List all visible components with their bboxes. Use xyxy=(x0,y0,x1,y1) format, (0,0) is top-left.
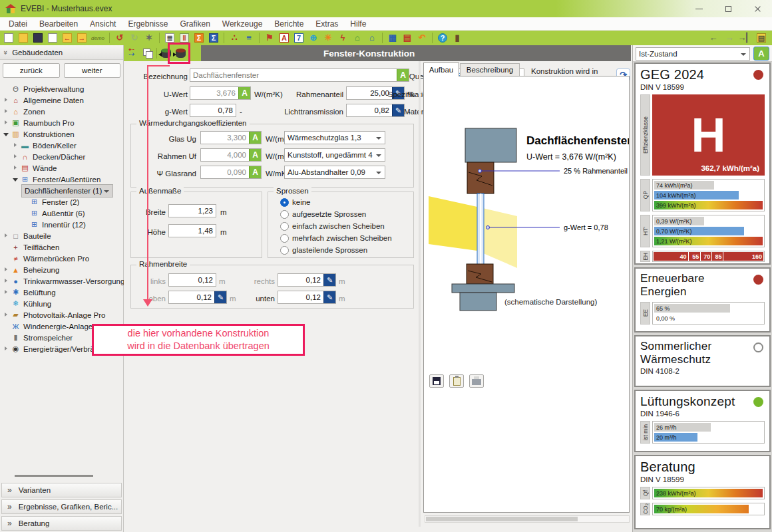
tree-item-teilflächen[interactable]: +Teilflächen xyxy=(0,241,122,253)
minimize-button[interactable] xyxy=(684,0,713,17)
tree-item-kühlung[interactable]: ❄Kühlung xyxy=(0,298,122,309)
preview-hscrollbar[interactable] xyxy=(425,515,630,523)
nav-goto-icon[interactable]: →▏ xyxy=(739,31,752,45)
unten-input[interactable]: 0,12 xyxy=(278,291,336,304)
tree-item-zonen[interactable]: ⌂Zonen xyxy=(0,106,122,117)
glas-ug-select[interactable]: Wärmeschutzglas 1,3 xyxy=(284,131,385,144)
tab-aufbau[interactable]: Aufbau xyxy=(423,63,459,76)
auto-mode-button[interactable]: A xyxy=(753,47,769,61)
rechts-input[interactable]: 0,12 xyxy=(278,273,336,287)
zustand-select[interactable]: Ist-Zustand xyxy=(636,47,750,61)
duplicate-construction-icon[interactable] xyxy=(142,47,154,59)
tree-item-decken-dächer[interactable]: ∩Decken/Dächer xyxy=(0,151,122,162)
rahmen-uf-input[interactable]: 4,000 A xyxy=(200,148,262,162)
curve-icon[interactable]: ↶ xyxy=(415,31,429,45)
tree-item-böden-keller[interactable]: ▬Böden/Keller xyxy=(0,140,122,151)
print-image-button[interactable] xyxy=(469,374,484,388)
g-wert-input[interactable]: 0,78 xyxy=(190,104,236,117)
tree-item-bauteile[interactable]: □Bauteile xyxy=(0,230,122,241)
expander-icon[interactable] xyxy=(3,277,10,285)
redo-icon[interactable]: ↻ xyxy=(128,31,141,45)
lightning-icon[interactable]: ϟ xyxy=(336,31,349,45)
tree-item-dachflächenfenster-1[interactable]: ⊞Dachflächenfenster (1) xyxy=(0,185,122,196)
variant-chart-icon[interactable]: ▤ xyxy=(755,31,768,45)
org-chart-icon[interactable]: ∴ xyxy=(228,31,241,45)
demo-stamp-icon[interactable]: demo xyxy=(90,31,106,45)
magic-wand-icon[interactable]: ✶ xyxy=(142,31,156,45)
tree-item-beheizung[interactable]: ▲Beheizung xyxy=(0,264,122,275)
maximize-button[interactable] xyxy=(713,0,743,17)
list-details-icon[interactable]: ≡ xyxy=(242,31,256,45)
export-folder-icon[interactable]: → xyxy=(75,31,89,45)
radio-icon[interactable] xyxy=(280,234,289,243)
tree-item-trinkwarmwasser-versorgung[interactable]: ●Trinkwarmwasser-Versorgung xyxy=(0,275,122,287)
bezeichnung-input[interactable]: Dachflächenfenster A xyxy=(190,68,409,82)
links-input[interactable]: 0,12 xyxy=(168,273,216,287)
auto-badge[interactable]: A xyxy=(249,149,261,161)
menu-item-hilfe[interactable]: Hilfe xyxy=(344,17,372,31)
sun-icon[interactable]: ☀ xyxy=(321,31,335,45)
copy-icon[interactable] xyxy=(46,31,59,45)
menu-item-extras[interactable]: Extras xyxy=(309,17,344,31)
radio-icon[interactable] xyxy=(280,246,289,255)
radio-icon[interactable] xyxy=(280,210,289,219)
expander-icon[interactable] xyxy=(12,176,19,183)
tree-item-fenster-2[interactable]: ⊞Fenster (2) xyxy=(0,196,122,207)
tree-item-konstruktionen[interactable]: ▥Konstruktionen xyxy=(0,128,122,140)
sprossen-option-glasteilende-sprossen[interactable]: glasteilende Sprossen xyxy=(268,244,413,256)
sidebar-bar-beratung[interactable]: Beratung xyxy=(1,516,122,531)
menu-item-datei[interactable]: Datei xyxy=(3,17,33,31)
letter-a-icon[interactable]: A xyxy=(278,31,291,45)
tree-item-projektverwaltung[interactable]: ΘProjektverwaltung xyxy=(0,83,122,94)
expander-icon[interactable] xyxy=(3,289,10,296)
sidebar-bar-varianten[interactable]: Varianten xyxy=(1,483,122,497)
sum-blue-icon[interactable]: Σ xyxy=(207,31,220,45)
back-button[interactable]: zurück xyxy=(3,63,60,78)
sidebar-header[interactable]: Gebäudedaten xyxy=(0,45,123,60)
radio-icon[interactable] xyxy=(280,222,289,231)
number-icon[interactable]: 7 xyxy=(292,31,305,45)
scrollbar-thumb[interactable] xyxy=(426,517,578,521)
glasrand-select[interactable]: Alu-Abstandhalter 0,09 xyxy=(284,166,385,179)
tree-item-belüftung[interactable]: ✱Belüftung xyxy=(0,287,122,298)
save-image-button[interactable] xyxy=(429,374,444,388)
tree-item-raumbuch-pro[interactable]: ▣Raumbuch Pro xyxy=(0,117,122,128)
glasrand-input[interactable]: 0,090 A xyxy=(200,166,262,179)
glas-ug-input[interactable]: 3,300 A xyxy=(200,131,262,144)
close-button[interactable] xyxy=(743,0,772,17)
hoehe-input[interactable]: 1,48 xyxy=(168,224,216,237)
expander-icon[interactable] xyxy=(3,119,10,126)
sprossen-option-einfach-zwischen-scheiben[interactable]: einfach zwischen Scheiben xyxy=(268,220,413,232)
sidebar-scrollbar[interactable] xyxy=(15,475,93,477)
menu-item-bearbeiten[interactable]: Bearbeiten xyxy=(33,17,84,31)
expander-icon[interactable] xyxy=(3,96,10,104)
expander-icon[interactable] xyxy=(3,266,10,273)
expander-icon[interactable] xyxy=(3,108,10,115)
expander-icon[interactable] xyxy=(3,130,10,138)
new-file-icon[interactable] xyxy=(2,31,15,45)
help-icon[interactable]: ? xyxy=(436,31,449,45)
tree-item-photovoltaik-anlage-pro[interactable]: ▰Photovoltaik-Anlage Pro xyxy=(0,309,122,321)
copy-image-button[interactable] xyxy=(449,374,464,388)
edit-pencil-badge[interactable] xyxy=(214,291,226,303)
menu-item-ansicht[interactable]: Ansicht xyxy=(84,17,122,31)
save-icon[interactable] xyxy=(31,31,45,45)
tree-item-fenster-außentüren[interactable]: ⊞Fenster/Außentüren xyxy=(0,174,122,185)
expander-icon[interactable] xyxy=(12,153,19,160)
rahmen-uf-select[interactable]: Kunststoff, ungedämmt 4 xyxy=(284,148,385,162)
expander-icon[interactable] xyxy=(3,345,10,352)
menu-item-grafiken[interactable]: Grafiken xyxy=(174,17,216,31)
radio-icon[interactable] xyxy=(280,198,289,207)
menu-item-werkzeuge[interactable]: Werkzeuge xyxy=(216,17,268,31)
report-table-icon[interactable]: ▦ xyxy=(386,31,399,45)
open-folder-icon[interactable] xyxy=(17,31,30,45)
auto-badge[interactable]: A xyxy=(249,132,261,144)
doc-error-icon[interactable]: ▤ xyxy=(401,31,414,45)
expander-icon[interactable] xyxy=(12,164,19,172)
u-wert-input[interactable]: 3,676 A xyxy=(190,86,251,100)
globe-icon[interactable]: ⊕ xyxy=(307,31,320,45)
edit-pencil-badge[interactable] xyxy=(323,274,335,286)
nav-forward-icon[interactable]: → xyxy=(723,31,736,45)
expander-icon[interactable] xyxy=(3,311,10,319)
tree-item-allgemeine-daten[interactable]: ⌂Allgemeine Daten xyxy=(0,94,122,106)
